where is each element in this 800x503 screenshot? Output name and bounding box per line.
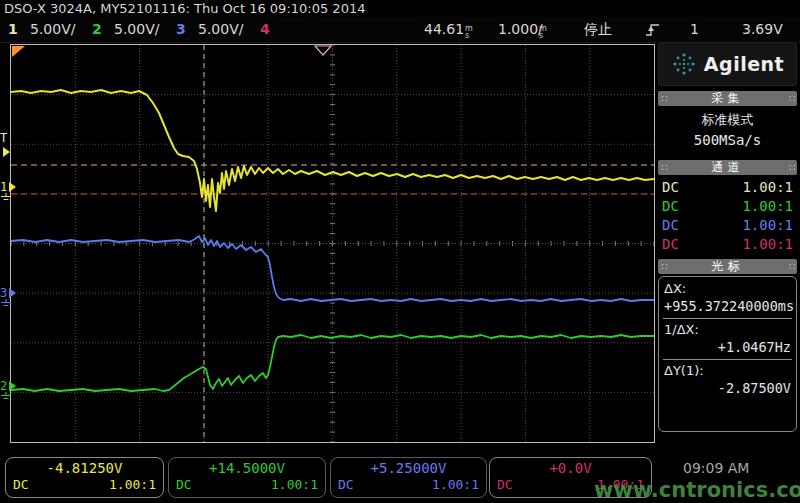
channel3-probe-ratio: 1.00:1: [432, 477, 479, 492]
brand-name: Agilent: [704, 53, 784, 75]
delta-y-value: -2.87500V: [664, 378, 791, 399]
grip-icon: ∷: [661, 162, 666, 173]
channel3-offset-value: +5.25000V: [331, 460, 486, 476]
trigger-level-readout: 3.69V: [742, 21, 783, 37]
ground-icon: [0, 392, 12, 401]
channel1-probe-ratio: 1.00:1: [109, 477, 156, 492]
channel3-settings-row[interactable]: DC1.00:1: [658, 215, 797, 234]
channel2-scale[interactable]: 5.00V/: [114, 21, 159, 37]
divider: [663, 318, 792, 319]
channel1-scale[interactable]: 5.00V/: [30, 21, 75, 37]
oscilloscope-screen: DSO-X 3024A, MY52101116: Thu Oct 16 09:1…: [0, 0, 800, 503]
channel4-offset-value: +0.0V: [490, 460, 651, 476]
sidebar: Agilent ∷ 采集 ∷ 标准模式 500MSa/s ∷ 通道 ∷ DC1.…: [658, 42, 797, 448]
timebase-value: 1.000: [498, 21, 538, 37]
run-state-indicator: 停止: [584, 21, 612, 39]
trigger-source: 1: [690, 21, 699, 37]
grip-icon: ∷: [661, 93, 666, 104]
channel2-settings-row[interactable]: DC1.00:1: [658, 196, 797, 215]
channel4-settings-row[interactable]: DC1.00:1: [658, 234, 797, 253]
ground-icon: [0, 299, 12, 308]
channel2-ground-marker[interactable]: 2: [0, 380, 20, 402]
channel2-offset-value: +14.5000V: [169, 460, 325, 476]
channel1-offset-value: -4.81250V: [6, 460, 163, 476]
divider: [663, 359, 792, 360]
delta-x-value: +955.372240000ms: [664, 296, 791, 317]
timebase-readout[interactable]: 1.000ms/: [498, 21, 543, 37]
grip-icon: ∷: [789, 93, 794, 104]
channel1-ground-marker[interactable]: 1: [0, 181, 20, 203]
sample-rate: 500MSa/s: [658, 132, 797, 148]
channel-settings-list: DC1.00:1 DC1.00:1 DC1.00:1 DC1.00:1: [658, 177, 797, 253]
channel4-coupling: DC: [497, 477, 513, 492]
channel1-settings-row[interactable]: DC1.00:1: [658, 177, 797, 196]
watermark: www.cntronics.com: [594, 478, 800, 502]
instrument-title: DSO-X 3024A, MY52101116: Thu Oct 16 09:1…: [4, 1, 365, 17]
rising-edge-trigger-icon: [645, 21, 661, 41]
ground-icon: [0, 193, 12, 202]
channels-section-header[interactable]: ∷ 通道 ∷: [658, 160, 797, 175]
inverse-delta-x-label: 1/ΔX:: [664, 320, 791, 337]
delay-value: 44.61: [424, 21, 464, 37]
grip-icon: ∷: [661, 261, 666, 272]
delta-x-label: ΔX:: [664, 279, 791, 296]
cursors-section-header[interactable]: ∷ 光标 ∷: [658, 259, 797, 274]
acquisition-section-header[interactable]: ∷ 采集 ∷: [658, 91, 797, 106]
channel1-coupling: DC: [13, 477, 29, 492]
channel3-scale[interactable]: 5.00V/: [198, 21, 243, 37]
channel3-ground-marker[interactable]: 3: [0, 287, 20, 309]
timebase-unit: ms: [539, 25, 547, 39]
trigger-offscreen-left-icon: [12, 46, 25, 57]
channel1-offset-box[interactable]: -4.81250V DC1.00:1: [5, 457, 164, 498]
channel3-button[interactable]: 3: [176, 21, 186, 37]
channel2-probe-ratio: 1.00:1: [271, 477, 318, 492]
grip-icon: ∷: [789, 261, 794, 272]
clock: 09:09 AM: [683, 460, 749, 476]
time-reference-icon: [315, 46, 331, 55]
trigger-level-marker-icon[interactable]: [0, 146, 20, 168]
channel2-offset-box[interactable]: +14.5000V DC1.00:1: [168, 457, 326, 498]
cursor-readout-panel: ΔX: +955.372240000ms 1/ΔX: +1.0467Hz ΔY(…: [658, 276, 797, 432]
acquisition-mode: 标准模式: [658, 111, 797, 129]
brand-panel: Agilent: [658, 42, 797, 86]
agilent-starburst-icon: [671, 51, 697, 77]
delay-unit: ms: [465, 25, 473, 39]
waveform-display: [11, 45, 654, 442]
channel3-coupling: DC: [338, 477, 354, 492]
grip-icon: ∷: [789, 162, 794, 173]
inverse-delta-x-value: +1.0467Hz: [664, 337, 791, 358]
horizontal-delay-readout: 44.61ms: [424, 21, 464, 37]
channel4-button[interactable]: 4: [260, 21, 270, 37]
channel3-offset-box[interactable]: +5.25000V DC1.00:1: [330, 457, 487, 498]
channel2-button[interactable]: 2: [92, 21, 102, 37]
delta-y-label: ΔY(1):: [664, 361, 791, 378]
channel1-button[interactable]: 1: [8, 21, 18, 37]
channel2-coupling: DC: [176, 477, 192, 492]
control-bar: 1 5.00V/ 2 5.00V/ 3 5.00V/ 4 44.61ms 1.0…: [0, 17, 800, 43]
